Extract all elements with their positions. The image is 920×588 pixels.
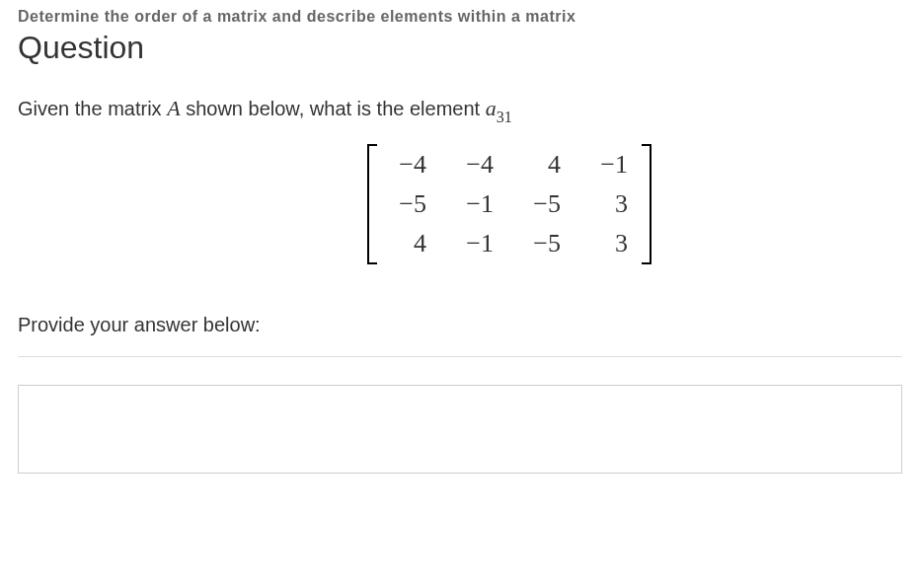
matrix-cell: 4 xyxy=(525,150,561,180)
matrix-cell: −4 xyxy=(458,150,494,180)
question-prefix: Given the matrix xyxy=(18,98,167,119)
matrix-cell: −5 xyxy=(391,189,426,219)
matrix: −4 −4 4 −1 −5 −1 −5 3 4 −1 −5 3 xyxy=(367,144,652,264)
question-heading: Question xyxy=(18,30,902,66)
bracket-right xyxy=(642,144,652,264)
element-variable: a xyxy=(486,96,497,120)
matrix-display: −4 −4 4 −1 −5 −1 −5 3 4 −1 −5 3 xyxy=(18,144,902,264)
matrix-cell: −4 xyxy=(391,150,426,180)
matrix-cell: 3 xyxy=(592,189,628,219)
matrix-cell: 4 xyxy=(391,229,426,258)
matrix-cell: −5 xyxy=(525,189,561,219)
matrix-cell: −5 xyxy=(525,229,561,258)
matrix-cell: −1 xyxy=(458,189,494,219)
matrix-cell: 3 xyxy=(592,229,628,258)
element-subscript: 31 xyxy=(497,109,512,125)
matrix-cell: −1 xyxy=(592,150,628,180)
divider xyxy=(18,356,902,357)
bracket-left xyxy=(367,144,377,264)
answer-prompt: Provide your answer below: xyxy=(18,314,902,336)
matrix-variable: A xyxy=(167,96,180,120)
matrix-cell: −1 xyxy=(458,229,494,258)
question-middle: shown below, what is the element xyxy=(181,98,486,119)
matrix-body: −4 −4 4 −1 −5 −1 −5 3 4 −1 −5 3 xyxy=(377,144,642,264)
answer-input[interactable] xyxy=(18,385,902,474)
question-text: Given the matrix A shown below, what is … xyxy=(18,94,902,126)
topic-label: Determine the order of a matrix and desc… xyxy=(18,8,902,26)
